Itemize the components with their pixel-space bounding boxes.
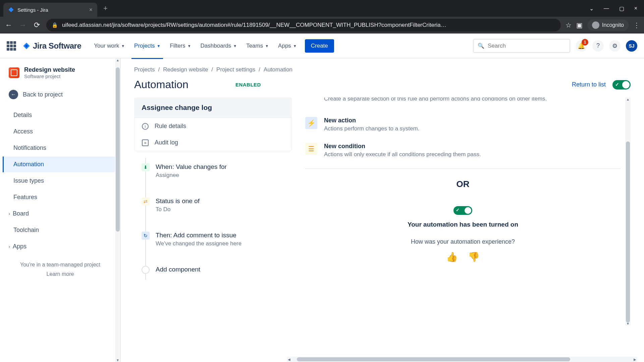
search-input[interactable]: 🔍 [473,39,570,53]
reload-icon[interactable]: ⟳ [32,21,42,29]
url-bar[interactable]: 🔒 uifeed.atlassian.net/jira/software/pro… [46,19,561,32]
chevron-down-icon: ▼ [187,44,191,48]
lock-icon: 🔒 [52,22,58,28]
rule-panel: Assignee change log i Rule details ≡ Aud… [134,98,292,325]
thumbs-down-icon[interactable]: 👎 [468,251,480,262]
back-to-project[interactable]: ← Back to project [3,86,118,103]
nav-teams[interactable]: Teams▼ [243,40,272,52]
audit-log-link[interactable]: ≡ Audit log [135,134,291,151]
jira-favicon [8,7,14,13]
thumbs-up-icon[interactable]: 👍 [446,251,458,262]
component-title: New action [324,117,419,124]
lightning-icon: ⚡ [305,117,317,129]
sidebar-item-automation[interactable]: Automation [3,157,115,172]
sidebar-item-board[interactable]: ›Board [5,206,115,222]
new-tab-button[interactable]: + [103,4,108,13]
breadcrumb-projects[interactable]: Projects [134,66,155,73]
rule-step-condition[interactable]: ⇄ Status is one of To Do [134,184,292,218]
component-branch[interactable]: Create a separate section of this rule a… [305,98,621,107]
return-to-list-link[interactable]: Return to list [572,81,606,88]
trigger-icon: ⬇ [142,163,150,171]
chevron-down-icon: ▼ [233,44,237,48]
jira-logo-icon [22,42,31,50]
breadcrumb-settings[interactable]: Project settings [216,66,255,73]
app-switcher-icon[interactable] [7,41,16,51]
back-label: Back to project [23,91,63,98]
rule-details-link[interactable]: i Rule details [135,118,291,134]
sidebar-item-details[interactable]: Details [5,107,115,123]
add-component-button[interactable]: Add component [134,252,292,280]
add-icon [142,266,150,274]
step-subtitle: We've changed the assignee here [156,240,284,247]
rule-step-action[interactable]: ↻ Then: Add comment to issue We've chang… [134,218,292,252]
sidebar-item-features[interactable]: Features [5,189,115,205]
sidebar-item-issue-types[interactable]: Issue types [5,173,115,189]
sidebar-item-access[interactable]: Access [5,124,115,139]
nav-dashboards[interactable]: Dashboards▼ [197,40,240,52]
back-icon[interactable]: ← [4,21,13,29]
avatar[interactable]: SJ [626,40,637,52]
close-window-icon[interactable]: × [634,5,637,12]
tab-title: Settings - Jira [17,7,48,13]
notifications-icon[interactable]: 🔔1 [576,40,587,52]
minimize-icon[interactable]: — [604,5,609,12]
app-header: Jira Software Your work▼ Projects▼ Filte… [0,34,644,58]
tab-close-icon[interactable]: × [89,6,93,13]
incognito-icon [592,21,599,29]
search-field[interactable] [488,43,566,49]
detail-scrollbar[interactable]: ▲ ▼ [625,98,631,325]
project-header: Redesign website Software project [3,66,118,86]
project-icon [9,67,19,78]
help-icon[interactable]: ? [592,40,604,52]
nav-your-work[interactable]: Your work▼ [91,40,128,52]
nav-projects[interactable]: Projects▼ [131,40,164,52]
browser-tab[interactable]: Settings - Jira × [3,3,97,17]
chevron-down-icon: ▼ [293,44,297,48]
maximize-icon[interactable]: ▢ [619,5,624,12]
extension-icon[interactable]: ▣ [576,21,583,29]
star-icon[interactable]: ☆ [566,21,572,29]
filter-icon: ☰ [305,143,317,155]
notification-badge: 1 [582,39,588,46]
horizontal-scrollbar[interactable]: ◀ ▶ [287,357,637,362]
search-icon: 🔍 [478,43,484,49]
step-title: Status is one of [156,197,284,205]
settings-icon[interactable]: ⚙ [609,40,621,52]
sidebar-item-notifications[interactable]: Notifications [5,140,115,156]
step-title: When: Value changes for [156,163,284,171]
chevron-down-icon[interactable]: ⌄ [589,5,594,12]
learn-more-link[interactable]: Learn more [11,271,110,277]
logo[interactable]: Jira Software [22,41,81,51]
component-new-action[interactable]: ⚡ New action Actions perform changes to … [305,117,621,133]
sidebar-item-toolchain[interactable]: Toolchain [5,222,115,238]
info-icon: i [142,123,149,130]
add-component-label: Add component [156,266,284,273]
nav-filters[interactable]: Filters▼ [166,40,194,52]
component-desc: Actions will only execute if all conditi… [324,150,481,159]
chevron-right-icon: › [9,212,10,216]
rule-step-trigger[interactable]: ⬇ When: Value changes for Assignee [134,158,292,184]
incognito-badge[interactable]: Incognito [587,19,629,31]
sidebar-footer: You're in a team-managed project Learn m… [3,255,118,284]
sidebar-item-apps[interactable]: ›Apps [5,239,115,254]
browser-toolbar: ← → ⟳ 🔒 uifeed.atlassian.net/jira/softwa… [0,17,644,34]
rule-name: Assignee change log [134,98,292,118]
detail-panel: Create a separate section of this rule a… [305,98,631,325]
breadcrumb: Projects / Redesign website / Project se… [134,66,631,73]
chevron-down-icon: ▼ [157,44,161,48]
sidebar-scrollbar[interactable]: ▲ ▼ [115,58,120,362]
document-icon: ≡ [142,139,149,146]
project-type: Software project [24,73,75,79]
project-name: Redesign website [24,66,75,73]
chevron-down-icon: ▼ [121,44,125,48]
breadcrumb-automation[interactable]: Automation [264,66,292,73]
nav-apps[interactable]: Apps▼ [275,40,300,52]
breadcrumb-project[interactable]: Redesign website [163,66,208,73]
rule-enabled-toggle[interactable] [612,80,631,89]
create-button[interactable]: Create [305,39,334,53]
component-new-condition[interactable]: ☰ New condition Actions will only execut… [305,143,621,159]
component-desc: Actions perform changes to a system. [324,125,419,133]
component-desc: Create a separate section of this rule a… [324,98,547,103]
menu-icon[interactable]: ⋮ [633,21,640,29]
step-subtitle: To Do [156,206,284,213]
